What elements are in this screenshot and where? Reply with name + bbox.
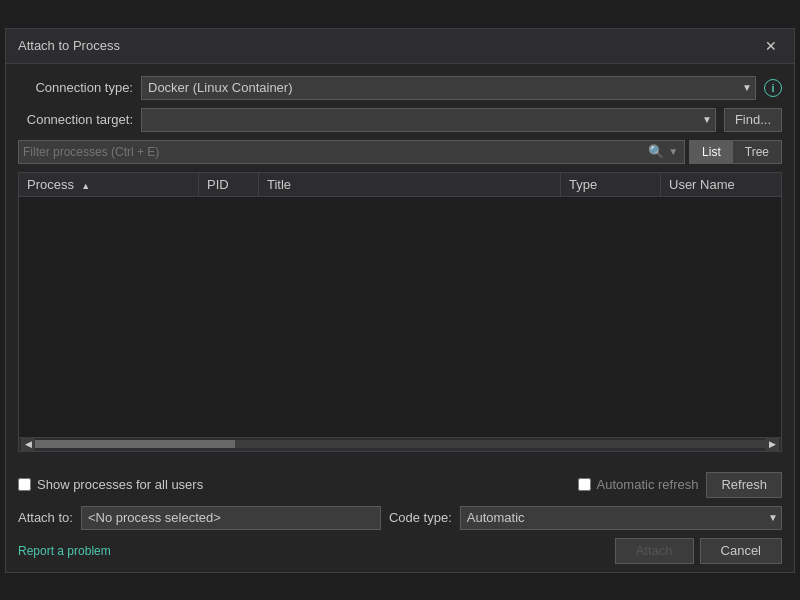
bottom-section: Show processes for all users Automatic r… [6,464,794,572]
automatic-refresh-label[interactable]: Automatic refresh [578,477,699,492]
show-all-users-label[interactable]: Show processes for all users [18,477,203,492]
connection-type-row: Connection type: Docker (Linux Container… [18,76,782,100]
connection-type-select[interactable]: Docker (Linux Container) Local Remote (W… [141,76,756,100]
attach-to-row: Attach to: Code type: Automatic Managed … [18,506,782,530]
tree-view-button[interactable]: Tree [733,141,781,163]
code-type-label: Code type: [389,510,452,525]
connection-target-combo[interactable]: ▼ [141,108,716,132]
filter-input-wrapper: 🔍 ▼ [18,140,685,164]
process-table: Process ▲ PID Title Type User Name [18,172,782,452]
dialog-body: Connection type: Docker (Linux Container… [6,64,794,464]
code-type-combo[interactable]: Automatic Managed (.NET Core, .NET 5+) N… [460,506,782,530]
scrollbar-track [35,440,765,448]
show-all-users-text: Show processes for all users [37,477,203,492]
title-bar: Attach to Process ✕ [6,29,794,64]
dialog-title: Attach to Process [18,38,120,53]
connection-target-select[interactable] [141,108,716,132]
horizontal-scrollbar[interactable]: ◀ ▶ [19,437,781,451]
connection-type-label: Connection type: [18,80,133,95]
report-problem-link[interactable]: Report a problem [18,544,111,558]
column-username-label: User Name [669,177,735,192]
column-pid-label: PID [207,177,229,192]
scroll-left-button[interactable]: ◀ [21,437,35,451]
attach-process-dialog: Attach to Process ✕ Connection type: Doc… [5,28,795,573]
connection-target-label: Connection target: [18,112,133,127]
search-dropdown-button[interactable]: ▼ [666,146,680,157]
close-button[interactable]: ✕ [760,37,782,55]
search-icon-button[interactable]: 🔍 [646,144,666,159]
options-row: Show processes for all users Automatic r… [18,472,782,498]
filter-input[interactable] [23,145,646,159]
action-row: Report a problem Attach Cancel [18,538,782,564]
attach-to-value [81,506,381,530]
column-type[interactable]: Type [561,173,661,196]
connection-type-combo[interactable]: Docker (Linux Container) Local Remote (W… [141,76,756,100]
automatic-refresh-checkbox[interactable] [578,478,591,491]
scroll-right-button[interactable]: ▶ [765,437,779,451]
refresh-button[interactable]: Refresh [706,472,782,498]
column-title[interactable]: Title [259,173,561,196]
column-process-label: Process [27,177,74,192]
column-type-label: Type [569,177,597,192]
info-icon[interactable]: i [764,79,782,97]
sort-arrow-icon: ▲ [81,181,90,191]
show-all-users-checkbox[interactable] [18,478,31,491]
view-toggle: List Tree [689,140,782,164]
column-username[interactable]: User Name [661,173,781,196]
find-button[interactable]: Find... [724,108,782,132]
automatic-refresh-text: Automatic refresh [597,477,699,492]
connection-target-row: Connection target: ▼ Find... [18,108,782,132]
auto-refresh-section: Automatic refresh Refresh [578,472,782,498]
scrollbar-thumb [35,440,235,448]
table-header: Process ▲ PID Title Type User Name [19,173,781,197]
cancel-button[interactable]: Cancel [700,538,782,564]
toolbar-row: 🔍 ▼ List Tree [18,140,782,164]
column-process[interactable]: Process ▲ [19,173,199,196]
table-body [19,197,781,437]
attach-button[interactable]: Attach [615,538,694,564]
action-buttons: Attach Cancel [615,538,782,564]
column-pid[interactable]: PID [199,173,259,196]
column-title-label: Title [267,177,291,192]
list-view-button[interactable]: List [690,141,733,163]
code-type-select[interactable]: Automatic Managed (.NET Core, .NET 5+) N… [460,506,782,530]
attach-to-label: Attach to: [18,510,73,525]
